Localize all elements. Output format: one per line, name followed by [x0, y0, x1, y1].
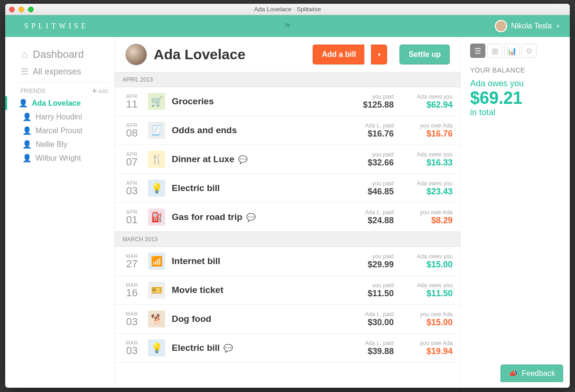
- category-icon: 💡: [148, 180, 165, 197]
- flag-icon[interactable]: ⚑: [284, 21, 291, 31]
- sidebar-friend-item[interactable]: 👤Nellie Bly: [19, 137, 111, 151]
- paid-column: Ada L. paid $39.88: [342, 340, 394, 356]
- owed-column: you owe Ada $19.94: [400, 340, 453, 356]
- page-title: Ada Lovelace: [154, 46, 306, 63]
- owed-column: Ada owes you $23.43: [400, 180, 453, 197]
- comment-icon: 💬: [246, 213, 256, 222]
- paid-column: Ada L. paid $24.88: [342, 209, 394, 226]
- expense-row[interactable]: MAR 03 💡 Electric bill 💬 Ada L. paid $39…: [115, 334, 460, 363]
- expense-row[interactable]: APR 07 🍴 Dinner at Luxe 💬 you paid $32.6…: [115, 145, 460, 174]
- paid-column: you paid $46.85: [342, 180, 394, 197]
- sidebar: ⌂ Dashboard ☰ All expenses FRIENDS ✚ add…: [5, 37, 114, 388]
- person-icon: 👤: [22, 140, 32, 149]
- expense-date: APR 08: [122, 122, 141, 138]
- add-bill-dropdown[interactable]: ▼: [371, 45, 387, 64]
- owed-column: Ada owes you $11.50: [400, 282, 453, 299]
- category-icon: 🐕: [148, 310, 165, 328]
- window-title: Ada Lovelace · Splitwise: [5, 6, 570, 13]
- paid-column: you paid $32.66: [342, 151, 394, 168]
- paid-column: you paid $125.88: [342, 93, 394, 110]
- balance-amount: $69.21: [470, 89, 560, 108]
- person-icon: 👤: [22, 154, 32, 163]
- add-bill-button[interactable]: Add a bill: [313, 45, 364, 64]
- paid-column: you paid $11.50: [342, 282, 394, 299]
- sidebar-friends-header: FRIENDS ✚ add: [19, 82, 111, 96]
- expense-row[interactable]: APR 01 ⛽ Gas for road trip 💬 Ada L. paid…: [115, 203, 460, 232]
- expense-row[interactable]: APR 08 🧾 Odds and ends Ada L. paid $16.7…: [115, 116, 460, 145]
- friend-name: Harry Houdini: [36, 113, 82, 121]
- person-icon: 👤: [22, 126, 32, 135]
- nav-dashboard[interactable]: ⌂ Dashboard: [19, 46, 111, 64]
- expense-title: Dinner at Luxe 💬: [172, 154, 335, 164]
- owed-column: Ada owes you $16.33: [400, 151, 453, 168]
- expense-date: APR 07: [122, 151, 141, 167]
- expense-row[interactable]: MAR 03 🐕 Dog food Ada L. paid $30.00 you…: [115, 305, 460, 334]
- feedback-button[interactable]: 📣 Feedback: [501, 365, 563, 382]
- expense-row[interactable]: APR 03 💡 Electric bill you paid $46.85 A…: [115, 174, 460, 203]
- friend-name: Nellie Bly: [36, 140, 67, 149]
- friend-name: Ada Lovelace: [32, 99, 81, 108]
- person-icon: 👤: [19, 99, 28, 108]
- app-logo[interactable]: SPLITWISE: [24, 22, 89, 30]
- comment-icon: 💬: [223, 344, 233, 353]
- sidebar-friend-item[interactable]: 👤Ada Lovelace: [5, 96, 111, 110]
- expense-date: MAR 16: [122, 282, 141, 298]
- view-list-tab[interactable]: ☰: [470, 44, 485, 58]
- window-titlebar: Ada Lovelace · Splitwise: [5, 4, 570, 15]
- expense-date: MAR 03: [122, 311, 141, 327]
- user-menu[interactable]: Nikola Tesla ▼: [495, 20, 560, 32]
- balance-heading: YOUR BALANCE: [470, 66, 560, 74]
- person-icon: 👤: [22, 112, 32, 121]
- right-panel: ☰ ▦ 📊 ⚙ YOUR BALANCE Ada owes you $69.21…: [461, 37, 570, 388]
- friend-avatar: [125, 44, 147, 65]
- expense-row[interactable]: MAR 27 📶 Internet bill you paid $29.99 A…: [115, 247, 460, 276]
- paid-column: Ada L. paid $30.00: [342, 311, 394, 328]
- balance-suffix: in total: [470, 108, 560, 118]
- owed-column: you owe Ada $15.00: [400, 311, 453, 328]
- view-settings-tab[interactable]: ⚙: [521, 44, 537, 58]
- expense-title: Gas for road trip 💬: [172, 212, 335, 222]
- category-icon: ⛽: [148, 209, 165, 226]
- owed-column: Ada owes you $62.94: [400, 93, 453, 110]
- home-icon: ⌂: [20, 48, 29, 61]
- settle-up-button[interactable]: Settle up: [399, 45, 450, 64]
- sidebar-friend-item[interactable]: 👤Marcel Proust: [19, 124, 111, 137]
- add-friend-button[interactable]: ✚ add: [92, 88, 108, 94]
- expense-row[interactable]: MAR 16 🎫 Movie ticket you paid $11.50 Ad…: [115, 276, 460, 305]
- sidebar-friend-item[interactable]: 👤Wilbur Wright: [19, 151, 111, 165]
- owed-column: Ada owes you $15.00: [400, 253, 453, 270]
- category-icon: 🧾: [148, 122, 165, 139]
- user-avatar: [495, 20, 507, 32]
- expense-date: APR 03: [122, 180, 141, 196]
- expense-title: Electric bill: [172, 183, 335, 193]
- expense-title: Dog food: [172, 314, 335, 324]
- month-header: MARCH 2013: [115, 232, 460, 247]
- category-icon: 📶: [148, 253, 165, 270]
- paid-column: Ada L. paid $16.76: [342, 122, 394, 139]
- friend-name: Marcel Proust: [36, 127, 83, 135]
- main-panel: Ada Lovelace Add a bill ▼ Settle up APRI…: [114, 37, 461, 388]
- expense-title: Movie ticket: [172, 285, 335, 295]
- comment-icon: 💬: [238, 155, 248, 164]
- view-chart-tab[interactable]: 📊: [504, 44, 519, 58]
- view-calendar-tab[interactable]: ▦: [487, 44, 502, 58]
- app-header: SPLITWISE ⚑ Nikola Tesla ▼: [5, 15, 570, 37]
- megaphone-icon: 📣: [509, 369, 518, 378]
- sidebar-friend-item[interactable]: 👤Harry Houdini: [19, 110, 111, 124]
- user-name: Nikola Tesla: [511, 22, 552, 30]
- expense-row[interactable]: APR 11 🛒 Groceries you paid $125.88 Ada …: [115, 87, 460, 116]
- category-icon: 🍴: [148, 151, 165, 168]
- expense-date: MAR 27: [122, 253, 141, 269]
- expense-title: Groceries: [172, 96, 335, 107]
- expense-title: Odds and ends: [172, 125, 335, 136]
- expense-date: APR 11: [122, 93, 141, 109]
- expense-date: MAR 03: [122, 340, 141, 356]
- nav-all-expenses[interactable]: ☰ All expenses: [19, 64, 111, 80]
- owed-column: you owe Ada $16.76: [400, 122, 453, 139]
- chevron-down-icon: ▼: [556, 24, 560, 29]
- category-icon: 🛒: [148, 93, 165, 110]
- owed-column: you owe Ada $8.29: [400, 209, 453, 226]
- category-icon: 💡: [148, 339, 165, 356]
- friend-name: Wilbur Wright: [36, 154, 81, 163]
- paid-column: you paid $29.99: [342, 253, 394, 270]
